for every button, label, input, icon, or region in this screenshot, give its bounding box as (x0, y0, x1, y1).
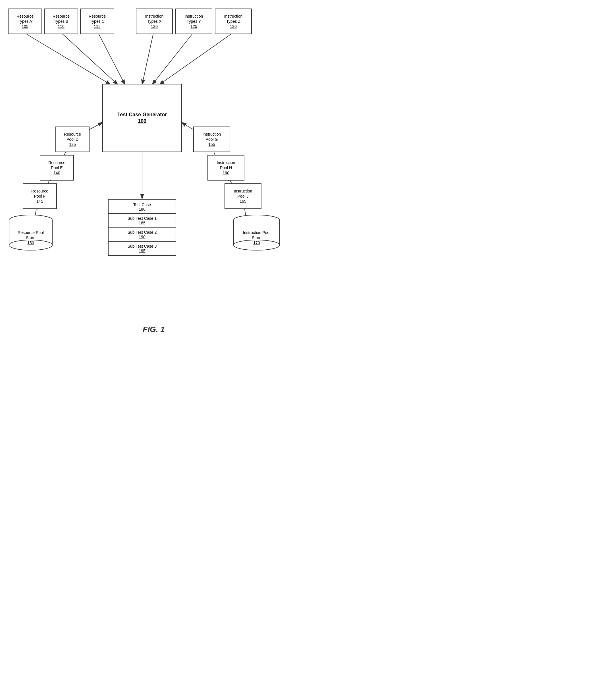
sub-test-case-3-ref: 195 (111, 249, 174, 253)
svg-line-4 (142, 33, 153, 85)
test-case-generator-node: Test Case Generator 100 (102, 84, 182, 152)
test-case-label: Test Case (111, 202, 174, 207)
sub-test-case-3: Sub Test Case 3 195 (108, 242, 176, 255)
instruction-pool-store-label: Instruction PoolStore (243, 230, 271, 240)
instruction-pool-g-node: Instruction Pool G 155 (193, 126, 230, 152)
instruction-pool-j-label: Instruction Pool J (234, 188, 252, 199)
sub-test-case-2-ref: 190 (111, 235, 174, 239)
svg-line-5 (152, 33, 193, 85)
instruction-pool-h-node: Instruction Pool H 160 (207, 155, 244, 180)
resource-types-b-ref: 110 (58, 24, 64, 29)
instruction-pool-j-ref: 165 (240, 199, 246, 204)
sub-test-case-1: Sub Test Case 1 185 (108, 214, 176, 228)
resource-types-a-ref: 105 (22, 24, 28, 29)
instruction-types-y-ref: 125 (190, 24, 197, 29)
resource-pool-store-label: Resource PoolStore (17, 230, 44, 240)
resource-pool-d-ref: 135 (69, 142, 76, 147)
resource-pool-store-node: Resource PoolStore 150 (8, 214, 53, 251)
instruction-pool-j-node: Instruction Pool J 165 (225, 183, 261, 209)
sub-test-case-1-label: Sub Test Case 1 (111, 216, 174, 221)
instruction-types-z-node: Instruction Types Z 130 (215, 9, 252, 34)
resource-types-c-label: Resource Types C (89, 14, 106, 24)
resource-pool-store-text: Resource PoolStore 150 (17, 227, 44, 246)
resource-pool-f-ref: 145 (36, 199, 43, 204)
resource-types-a-label: Resource Types A (16, 14, 34, 24)
resource-pool-store-ref: 150 (17, 240, 44, 245)
instruction-pool-store-ref: 170 (243, 240, 271, 245)
sub-test-case-3-label: Sub Test Case 3 (111, 244, 174, 249)
resource-pool-e-ref: 140 (53, 170, 60, 175)
resource-types-c-node: Resource Types C 115 (80, 9, 114, 34)
fig-label: FIG. 1 (0, 325, 307, 334)
resource-types-b-node: Resource Types B 110 (44, 9, 78, 34)
resource-pool-d-label: Resource Pool D (64, 132, 81, 142)
instruction-types-x-ref: 120 (151, 24, 157, 29)
instruction-pool-g-label: Instruction Pool G (203, 132, 221, 142)
resource-types-a-node: Resource Types A 105 (8, 9, 42, 34)
test-case-ref: 180 (111, 207, 174, 212)
sub-test-case-2: Sub Test Case 2 190 (108, 228, 176, 242)
instruction-types-z-label: Instruction Types Z (224, 14, 243, 24)
tcg-label: Test Case Generator (117, 111, 167, 118)
instruction-types-x-label: Instruction Types X (145, 14, 164, 24)
svg-line-6 (159, 33, 233, 85)
instruction-types-y-label: Instruction Types Y (185, 14, 203, 24)
instruction-pool-g-ref: 155 (208, 142, 215, 147)
instruction-types-y-node: Instruction Types Y 125 (175, 9, 212, 34)
test-case-node: Test Case 180 Sub Test Case 1 185 Sub Te… (108, 199, 176, 256)
diagram: Resource Types A 105 Resource Types B 11… (0, 0, 307, 336)
svg-line-3 (98, 33, 125, 85)
instruction-types-x-node: Instruction Types X 120 (136, 9, 173, 34)
svg-line-2 (61, 33, 118, 85)
instruction-pool-store-text: Instruction PoolStore 170 (243, 227, 271, 246)
instruction-types-z-ref: 130 (230, 24, 236, 29)
resource-types-c-ref: 115 (94, 24, 100, 29)
resource-types-b-label: Resource Types B (53, 14, 69, 24)
test-case-header: Test Case 180 (108, 200, 176, 214)
resource-pool-e-label: Resource Pool E (48, 160, 65, 170)
sub-test-case-2-label: Sub Test Case 2 (111, 230, 174, 235)
resource-pool-f-node: Resource Pool F 145 (23, 183, 57, 209)
resource-pool-d-node: Resource Pool D 135 (55, 126, 90, 152)
resource-pool-f-label: Resource Pool F (31, 188, 48, 199)
tcg-ref: 100 (138, 118, 146, 125)
svg-line-1 (24, 33, 111, 85)
instruction-pool-store-node: Instruction PoolStore 170 (232, 214, 281, 251)
instruction-pool-h-ref: 160 (222, 170, 229, 175)
sub-test-case-1-ref: 185 (111, 221, 174, 225)
instruction-pool-h-label: Instruction Pool H (217, 160, 235, 170)
resource-pool-e-node: Resource Pool E 140 (40, 155, 74, 180)
